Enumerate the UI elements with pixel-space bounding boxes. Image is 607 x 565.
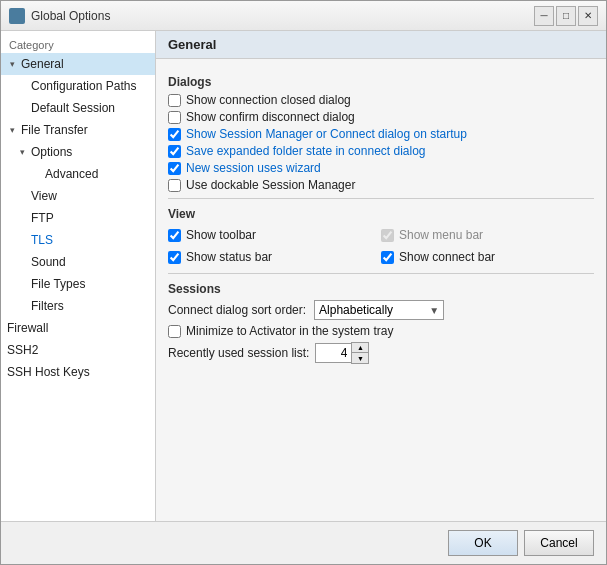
sort-dropdown-value: Alphabetically: [319, 303, 393, 317]
checkbox-row-confirm-disconnect: Show confirm disconnect dialog: [168, 110, 594, 124]
sidebar-item-general[interactable]: ▾ General: [1, 53, 155, 75]
toggle-options: ▾: [15, 145, 29, 159]
spinbox-buttons: ▲ ▼: [351, 342, 369, 364]
sidebar-item-file-types[interactable]: File Types: [1, 273, 155, 295]
label-session-manager: Show Session Manager or Connect dialog o…: [186, 127, 467, 141]
spinbox-down-button[interactable]: ▼: [352, 353, 368, 363]
sidebar-label-ssh-host-keys: SSH Host Keys: [5, 364, 92, 380]
sidebar-item-firewall[interactable]: Firewall: [1, 317, 155, 339]
sidebar-item-default-session[interactable]: Default Session: [1, 97, 155, 119]
checkbox-show-toolbar[interactable]: [168, 229, 181, 242]
ok-button[interactable]: OK: [448, 530, 518, 556]
label-show-connect-bar: Show connect bar: [399, 250, 495, 264]
label-confirm-disconnect: Show confirm disconnect dialog: [186, 110, 355, 124]
sidebar-item-advanced[interactable]: Advanced: [1, 163, 155, 185]
title-bar-buttons: ─ □ ✕: [534, 6, 598, 26]
checkbox-row-show-toolbar: Show toolbar: [168, 228, 381, 242]
sidebar-item-ssh2[interactable]: SSH2: [1, 339, 155, 361]
checkbox-conn-closed[interactable]: [168, 94, 181, 107]
sidebar-label-view: View: [29, 188, 59, 204]
app-icon: [9, 8, 25, 24]
sidebar-label-options: Options: [29, 144, 74, 160]
sidebar-item-view[interactable]: View: [1, 185, 155, 207]
sidebar-label-config-paths: Configuration Paths: [29, 78, 138, 94]
checkbox-new-session-wizard[interactable]: [168, 162, 181, 175]
title-bar-left: Global Options: [9, 8, 110, 24]
panel-title: General: [156, 31, 606, 59]
recently-label: Recently used session list:: [168, 346, 309, 360]
checkbox-row-new-session-wizard: New session uses wizard: [168, 161, 594, 175]
category-label: Category: [1, 35, 155, 53]
label-save-expanded: Save expanded folder state in connect di…: [186, 144, 426, 158]
sidebar-label-ftp: FTP: [29, 210, 56, 226]
checkbox-row-show-connect-bar: Show connect bar: [381, 250, 594, 264]
checkbox-minimize[interactable]: [168, 325, 181, 338]
checkbox-row-conn-closed: Show connection closed dialog: [168, 93, 594, 107]
sidebar-item-file-transfer[interactable]: ▾ File Transfer: [1, 119, 155, 141]
sidebar-label-advanced: Advanced: [43, 166, 100, 182]
checkbox-confirm-disconnect[interactable]: [168, 111, 181, 124]
sidebar-label-general: General: [19, 56, 66, 72]
sidebar-item-options[interactable]: ▾ Options: [1, 141, 155, 163]
checkbox-dockable-sm[interactable]: [168, 179, 181, 192]
checkbox-row-show-status-bar: Show status bar: [168, 250, 381, 264]
label-new-session-wizard: New session uses wizard: [186, 161, 321, 175]
separator-2: [168, 273, 594, 274]
sidebar-item-config-paths[interactable]: Configuration Paths: [1, 75, 155, 97]
dropdown-arrow-icon: ▼: [429, 305, 439, 316]
checkbox-row-minimize: Minimize to Activator in the system tray: [168, 324, 594, 338]
sidebar-label-file-types: File Types: [29, 276, 87, 292]
sidebar-label-ssh2: SSH2: [5, 342, 40, 358]
view-section-label: View: [168, 207, 594, 221]
checkbox-session-manager[interactable]: [168, 128, 181, 141]
checkbox-row-save-expanded: Save expanded folder state in connect di…: [168, 144, 594, 158]
spinbox-row: Recently used session list: ▲ ▼: [168, 342, 594, 364]
sidebar-label-sound: Sound: [29, 254, 68, 270]
sidebar-item-ftp[interactable]: FTP: [1, 207, 155, 229]
sidebar-label-default-session: Default Session: [29, 100, 117, 116]
separator-1: [168, 198, 594, 199]
title-bar: Global Options ─ □ ✕: [1, 1, 606, 31]
sidebar-label-filters: Filters: [29, 298, 66, 314]
sidebar-item-tls[interactable]: TLS: [1, 229, 155, 251]
sort-label: Connect dialog sort order:: [168, 303, 306, 317]
recently-input[interactable]: [315, 343, 351, 363]
checkbox-show-status-bar[interactable]: [168, 251, 181, 264]
panel-body: Dialogs Show connection closed dialog Sh…: [156, 59, 606, 376]
label-show-menu-bar: Show menu bar: [399, 228, 483, 242]
spinbox: ▲ ▼: [315, 342, 369, 364]
checkbox-row-session-manager: Show Session Manager or Connect dialog o…: [168, 127, 594, 141]
view-checkboxes-grid: Show toolbar Show menu bar Show status b…: [168, 225, 594, 267]
right-panel: General Dialogs Show connection closed d…: [156, 31, 606, 521]
sidebar: Category ▾ General Configuration Paths: [1, 31, 156, 521]
dialogs-section-label: Dialogs: [168, 75, 594, 89]
sidebar-item-filters[interactable]: Filters: [1, 295, 155, 317]
window-title: Global Options: [31, 9, 110, 23]
cancel-button[interactable]: Cancel: [524, 530, 594, 556]
sidebar-label-firewall: Firewall: [5, 320, 50, 336]
global-options-window: Global Options ─ □ ✕ Category ▾ General: [0, 0, 607, 565]
checkbox-row-show-menu-bar: Show menu bar: [381, 228, 594, 242]
minimize-button[interactable]: ─: [534, 6, 554, 26]
checkbox-row-dockable-sm: Use dockable Session Manager: [168, 178, 594, 192]
label-dockable-sm: Use dockable Session Manager: [186, 178, 355, 192]
sidebar-item-sound[interactable]: Sound: [1, 251, 155, 273]
checkbox-show-menu-bar[interactable]: [381, 229, 394, 242]
label-show-toolbar: Show toolbar: [186, 228, 256, 242]
bottom-bar: OK Cancel: [1, 521, 606, 564]
main-content: Category ▾ General Configuration Paths: [1, 31, 606, 521]
sort-row: Connect dialog sort order: Alphabeticall…: [168, 300, 594, 320]
toggle-file-transfer: ▾: [5, 123, 19, 137]
label-show-status-bar: Show status bar: [186, 250, 272, 264]
sidebar-item-ssh-host-keys[interactable]: SSH Host Keys: [1, 361, 155, 383]
sort-dropdown[interactable]: Alphabetically ▼: [314, 300, 444, 320]
maximize-button[interactable]: □: [556, 6, 576, 26]
close-button[interactable]: ✕: [578, 6, 598, 26]
checkbox-save-expanded[interactable]: [168, 145, 181, 158]
sidebar-label-file-transfer: File Transfer: [19, 122, 90, 138]
spinbox-up-button[interactable]: ▲: [352, 343, 368, 353]
sidebar-label-tls: TLS: [29, 232, 55, 248]
label-minimize: Minimize to Activator in the system tray: [186, 324, 393, 338]
toggle-general: ▾: [5, 57, 19, 71]
checkbox-show-connect-bar[interactable]: [381, 251, 394, 264]
